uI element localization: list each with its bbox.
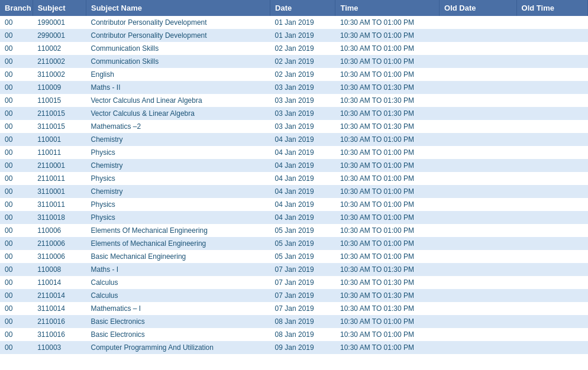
cell-oldtime bbox=[516, 94, 587, 107]
table-row: 002110011Physics04 Jan 201910:30 AM TO 0… bbox=[0, 172, 588, 185]
branch-link[interactable]: 00 bbox=[5, 317, 12, 326]
cell-branch[interactable]: 00 bbox=[0, 211, 33, 224]
branch-link[interactable]: 00 bbox=[5, 213, 12, 222]
cell-subjectname: Physics bbox=[86, 146, 270, 159]
branch-link[interactable]: 00 bbox=[5, 96, 12, 105]
cell-subjectname: Physics bbox=[86, 172, 270, 185]
header-subjectname: Subject Name bbox=[86, 0, 270, 16]
cell-olddate bbox=[440, 185, 516, 198]
branch-link[interactable]: 00 bbox=[5, 200, 12, 209]
cell-branch[interactable]: 00 bbox=[0, 81, 33, 94]
cell-time: 10:30 AM TO 01:00 PM bbox=[335, 224, 440, 237]
branch-link[interactable]: 00 bbox=[5, 70, 12, 79]
cell-branch[interactable]: 00 bbox=[0, 315, 33, 328]
cell-branch[interactable]: 00 bbox=[0, 289, 33, 302]
cell-olddate bbox=[440, 94, 516, 107]
cell-branch[interactable]: 00 bbox=[0, 146, 33, 159]
branch-link[interactable]: 00 bbox=[5, 83, 12, 92]
branch-link[interactable]: 00 bbox=[5, 187, 12, 196]
table-row: 00110008Maths - I07 Jan 201910:30 AM TO … bbox=[0, 263, 588, 276]
cell-subjectname: Basic Mechanical Engineering bbox=[86, 250, 270, 263]
cell-date: 05 Jan 2019 bbox=[270, 250, 335, 263]
branch-link[interactable]: 00 bbox=[5, 109, 12, 118]
table-row: 002110006Elements of Mechanical Engineer… bbox=[0, 237, 588, 250]
table-row: 00110006Elements Of Mechanical Engineeri… bbox=[0, 224, 588, 237]
branch-link[interactable]: 00 bbox=[5, 252, 12, 261]
cell-oldtime bbox=[516, 172, 587, 185]
branch-link[interactable]: 00 bbox=[5, 57, 12, 66]
cell-time: 10:30 AM TO 01:00 PM bbox=[335, 185, 440, 198]
branch-link[interactable]: 00 bbox=[5, 291, 12, 300]
cell-branch[interactable]: 00 bbox=[0, 198, 33, 211]
cell-olddate bbox=[440, 237, 516, 250]
cell-time: 10:30 AM TO 01:00 PM bbox=[335, 237, 440, 250]
cell-branch[interactable]: 00 bbox=[0, 94, 33, 107]
cell-branch[interactable]: 00 bbox=[0, 237, 33, 250]
branch-link[interactable]: 00 bbox=[5, 148, 12, 157]
cell-date: 03 Jan 2019 bbox=[270, 120, 335, 133]
cell-branch[interactable]: 00 bbox=[0, 133, 33, 146]
cell-oldtime bbox=[516, 68, 587, 81]
branch-link[interactable]: 00 bbox=[5, 44, 12, 53]
branch-link[interactable]: 00 bbox=[5, 161, 12, 170]
cell-subject: 3110015 bbox=[33, 120, 86, 133]
branch-link[interactable]: 00 bbox=[5, 122, 12, 131]
cell-time: 10:30 AM TO 01:00 PM bbox=[335, 341, 440, 354]
cell-branch[interactable]: 00 bbox=[0, 172, 33, 185]
cell-subject: 3110001 bbox=[33, 185, 86, 198]
cell-branch[interactable]: 00 bbox=[0, 276, 33, 289]
cell-oldtime bbox=[516, 120, 587, 133]
cell-branch[interactable]: 00 bbox=[0, 159, 33, 172]
cell-branch[interactable]: 00 bbox=[0, 107, 33, 120]
branch-link[interactable]: 00 bbox=[5, 265, 12, 274]
cell-branch[interactable]: 00 bbox=[0, 16, 33, 29]
cell-date: 04 Jan 2019 bbox=[270, 159, 335, 172]
cell-date: 04 Jan 2019 bbox=[270, 172, 335, 185]
cell-olddate bbox=[440, 68, 516, 81]
cell-time: 10:30 AM TO 01:00 PM bbox=[335, 211, 440, 224]
cell-branch[interactable]: 00 bbox=[0, 42, 33, 55]
cell-subject: 2110011 bbox=[33, 172, 86, 185]
cell-branch[interactable]: 00 bbox=[0, 250, 33, 263]
cell-subjectname: Elements of Mechanical Engineering bbox=[86, 237, 270, 250]
cell-time: 10:30 AM TO 01:00 PM bbox=[335, 55, 440, 68]
cell-branch[interactable]: 00 bbox=[0, 55, 33, 68]
branch-link[interactable]: 00 bbox=[5, 18, 12, 27]
cell-time: 10:30 AM TO 01:00 PM bbox=[335, 328, 440, 341]
cell-branch[interactable]: 00 bbox=[0, 68, 33, 81]
cell-branch[interactable]: 00 bbox=[0, 341, 33, 354]
cell-olddate bbox=[440, 328, 516, 341]
cell-subjectname: Mathematics –2 bbox=[86, 120, 270, 133]
cell-branch[interactable]: 00 bbox=[0, 185, 33, 198]
branch-link[interactable]: 00 bbox=[5, 31, 12, 40]
cell-subject: 110014 bbox=[33, 276, 86, 289]
branch-link[interactable]: 00 bbox=[5, 278, 12, 287]
cell-oldtime bbox=[516, 198, 587, 211]
cell-branch[interactable]: 00 bbox=[0, 224, 33, 237]
cell-time: 10:30 AM TO 01:00 PM bbox=[335, 133, 440, 146]
cell-branch[interactable]: 00 bbox=[0, 263, 33, 276]
cell-date: 01 Jan 2019 bbox=[270, 16, 335, 29]
table-row: 00110003Computer Programming And Utiliza… bbox=[0, 341, 588, 354]
cell-branch[interactable]: 00 bbox=[0, 302, 33, 315]
cell-branch[interactable]: 00 bbox=[0, 328, 33, 341]
cell-branch[interactable]: 00 bbox=[0, 29, 33, 42]
header-subject: Subject bbox=[33, 0, 86, 16]
branch-link[interactable]: 00 bbox=[5, 226, 12, 235]
table-row: 00110001Chemistry04 Jan 201910:30 AM TO … bbox=[0, 133, 588, 146]
table-row: 00110009Maths - II03 Jan 201910:30 AM TO… bbox=[0, 81, 588, 94]
branch-link[interactable]: 00 bbox=[5, 174, 12, 183]
cell-olddate bbox=[440, 276, 516, 289]
cell-oldtime bbox=[516, 276, 587, 289]
cell-branch[interactable]: 00 bbox=[0, 120, 33, 133]
branch-link[interactable]: 00 bbox=[5, 239, 12, 248]
cell-time: 10:30 AM TO 01:00 PM bbox=[335, 315, 440, 328]
cell-subject: 2990001 bbox=[33, 29, 86, 42]
table-row: 00110014Calculus07 Jan 201910:30 AM TO 0… bbox=[0, 276, 588, 289]
header-time: Time bbox=[335, 0, 440, 16]
cell-oldtime bbox=[516, 55, 587, 68]
branch-link[interactable]: 00 bbox=[5, 135, 12, 144]
branch-link[interactable]: 00 bbox=[5, 330, 12, 339]
branch-link[interactable]: 00 bbox=[5, 304, 12, 313]
branch-link[interactable]: 00 bbox=[5, 343, 12, 352]
